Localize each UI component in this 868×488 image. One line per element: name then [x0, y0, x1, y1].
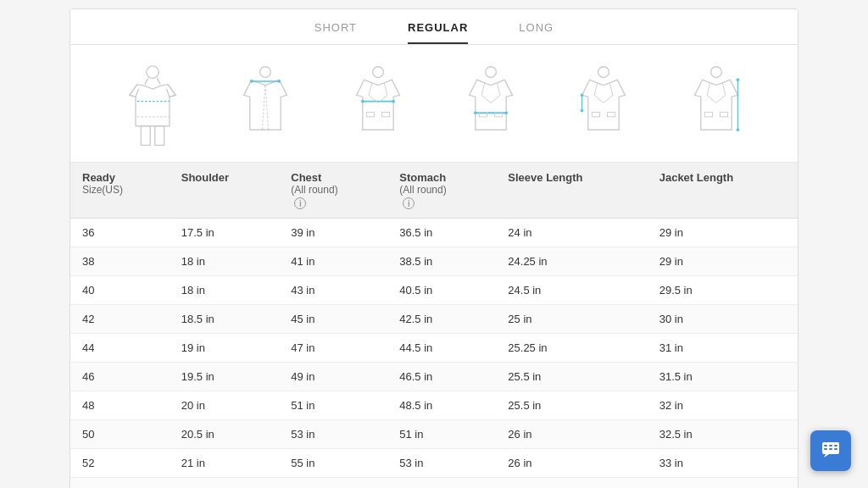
- cell-stomach: 51 in: [387, 419, 496, 448]
- jacket-figure-4: [553, 60, 654, 153]
- size-guide-container: SHORT REGULAR LONG: [70, 8, 798, 488]
- cell-ready: 42: [70, 304, 170, 333]
- col-jacket: Jacket Length: [648, 163, 798, 218]
- svg-point-0: [146, 66, 159, 79]
- col-stomach: Stomach(All round)i: [387, 163, 496, 218]
- cell-chest: 47 in: [279, 333, 387, 362]
- cell-stomach: 42.5 in: [387, 304, 496, 333]
- svg-point-17: [474, 111, 477, 114]
- svg-point-23: [580, 94, 583, 97]
- svg-point-7: [259, 67, 270, 78]
- cell-chest: 41 in: [279, 247, 387, 275]
- cell-shoulder: 19.5 in: [170, 362, 280, 391]
- jacket-figure-2: [327, 60, 429, 153]
- chat-button[interactable]: [810, 430, 851, 471]
- svg-rect-26: [607, 112, 615, 116]
- svg-point-18: [504, 111, 508, 114]
- col-sleeve: Sleeve Length: [496, 163, 647, 218]
- svg-rect-35: [824, 448, 827, 450]
- tab-short[interactable]: SHORT: [314, 21, 357, 44]
- cell-ready: 44: [70, 333, 170, 362]
- cell-stomach: 46.5 in: [387, 362, 496, 391]
- cell-jacket: 29 in: [648, 218, 798, 247]
- table-row: 3617.5 in39 in36.5 in24 in29 in: [70, 218, 798, 247]
- svg-point-29: [736, 78, 739, 81]
- svg-rect-36: [829, 445, 832, 446]
- cell-chest: 55 in: [279, 448, 387, 477]
- cell-sleeve: 26 in: [496, 448, 647, 477]
- col-chest: Chest(All round)i: [279, 163, 387, 218]
- svg-rect-15: [381, 112, 389, 116]
- cell-ready: 36: [70, 218, 170, 247]
- cell-shoulder: 18.5 in: [170, 304, 280, 333]
- table-header-row: ReadySize(US) Shoulder Chest(All round)i…: [70, 163, 798, 218]
- tab-long[interactable]: LONG: [519, 21, 554, 44]
- cell-shoulder: 20 in: [170, 391, 280, 419]
- svg-point-13: [392, 100, 395, 103]
- cell-sleeve: 24 in: [496, 218, 647, 247]
- cell-jacket: 31 in: [648, 333, 798, 362]
- svg-rect-38: [834, 445, 837, 446]
- svg-rect-14: [366, 112, 374, 116]
- cell-stomach: 40.5 in: [387, 275, 496, 304]
- svg-line-1: [144, 78, 147, 84]
- cell-chest: 39 in: [279, 218, 387, 247]
- cell-shoulder: 18 in: [170, 247, 280, 275]
- svg-point-10: [277, 80, 281, 83]
- cell-chest: 43 in: [279, 275, 387, 304]
- cell-ready: 48: [70, 391, 170, 419]
- cell-jacket: 29 in: [648, 247, 798, 275]
- svg-rect-37: [829, 448, 832, 450]
- svg-point-24: [580, 109, 583, 113]
- col-shoulder: Shoulder: [170, 163, 280, 218]
- jacket-figure-1: [214, 60, 316, 153]
- cell-sleeve: 25.5 in: [496, 362, 647, 391]
- cell-stomach: 44.5 in: [387, 333, 496, 362]
- svg-point-30: [736, 128, 739, 131]
- table-row: 4619.5 in49 in46.5 in25.5 in31.5 in: [70, 362, 798, 391]
- cell-jacket: 32.5 in: [648, 419, 798, 448]
- cell-sleeve: 25 in: [496, 304, 647, 333]
- cell-sleeve: 25.5 in: [496, 391, 647, 419]
- svg-rect-34: [824, 445, 827, 446]
- jacket-figure-5: [665, 60, 767, 153]
- cell-sleeve: 24.5 in: [496, 275, 647, 304]
- cell-jacket: 29.5 in: [648, 275, 798, 304]
- svg-point-12: [361, 100, 364, 103]
- cell-ready: 46: [70, 362, 170, 391]
- size-table: ReadySize(US) Shoulder Chest(All round)i…: [70, 163, 798, 488]
- cell-stomach: 38.5 in: [387, 247, 496, 275]
- svg-rect-32: [720, 112, 727, 116]
- cell-shoulder: 21 in: [170, 448, 280, 477]
- svg-rect-39: [834, 448, 837, 450]
- table-row: 4820 in51 in48.5 in25.5 in32 in: [70, 391, 798, 419]
- cell-ready: 40: [70, 275, 170, 304]
- cell-jacket: 33 in: [648, 448, 798, 477]
- cell-ready: 52: [70, 448, 170, 477]
- chest-info-icon[interactable]: i: [294, 197, 306, 209]
- cell-chest: 45 in: [279, 304, 387, 333]
- svg-line-2: [157, 78, 160, 84]
- cell-stomach: 55 in: [387, 477, 496, 488]
- svg-point-9: [249, 80, 253, 83]
- svg-point-16: [485, 67, 496, 78]
- cell-sleeve: 26.5 in: [496, 477, 647, 488]
- cell-ready: 54: [70, 477, 170, 488]
- cell-chest: 57 in: [279, 477, 387, 488]
- cell-chest: 51 in: [279, 391, 387, 419]
- svg-rect-5: [141, 126, 150, 146]
- cell-jacket: 31.5 in: [648, 362, 798, 391]
- cell-shoulder: 17.5 in: [170, 218, 280, 247]
- table-row: 5421 in57 in55 in26.5 in33 in: [70, 477, 798, 488]
- cell-shoulder: 21 in: [170, 477, 280, 488]
- svg-rect-6: [154, 126, 164, 146]
- cell-stomach: 36.5 in: [387, 218, 496, 247]
- stomach-info-icon[interactable]: i: [403, 197, 415, 209]
- tab-regular[interactable]: REGULAR: [408, 21, 468, 44]
- table-row: 4419 in47 in44.5 in25.25 in31 in: [70, 333, 798, 362]
- table-row: 5221 in55 in53 in26 in33 in: [70, 448, 798, 477]
- table-row: 4218.5 in45 in42.5 in25 in30 in: [70, 304, 798, 333]
- table-body: 3617.5 in39 in36.5 in24 in29 in3818 in41…: [70, 218, 798, 488]
- cell-sleeve: 25.25 in: [496, 333, 647, 362]
- svg-point-21: [598, 67, 609, 78]
